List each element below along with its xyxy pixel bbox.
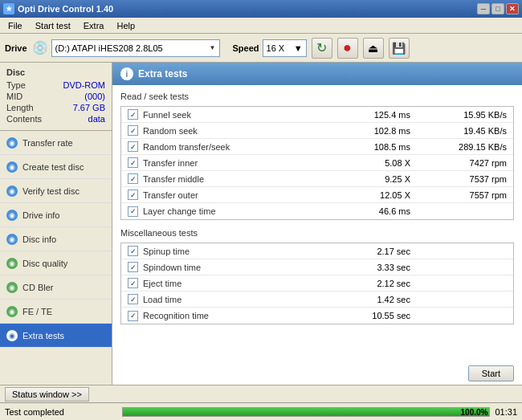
drive-select: 💿 (D:) ATAPI iHES208 2.8L05 ▼ (32, 39, 220, 57)
disc-length-row: Length 7.67 GB (6, 103, 105, 112)
progress-bar: 100.0% (122, 407, 490, 417)
maximize-button[interactable]: □ (491, 3, 504, 14)
sidebar-label-fe-te: FE / TE (22, 307, 52, 316)
sidebar-item-fe-te[interactable]: ◉ FE / TE (0, 300, 112, 324)
minimize-button[interactable]: ─ (477, 3, 490, 14)
status-text: Test completed (5, 407, 117, 417)
tests-container: Read / seek tests ✓ Funnel seek 125.4 ms… (112, 85, 522, 362)
test-val2: 7537 rpm (426, 174, 507, 184)
test-checkbox[interactable]: ✓ (128, 141, 138, 152)
test-row: ✓ Layer change time 46.6 ms (121, 203, 513, 219)
test-checkbox[interactable]: ✓ (128, 125, 138, 136)
drive-value: (D:) ATAPI iHES208 2.8L05 (55, 43, 163, 53)
test-val1: 1.42 sec (346, 295, 426, 304)
test-checkbox[interactable]: ✓ (128, 206, 138, 217)
sidebar-item-disc-quality[interactable]: ◉ Disc quality (0, 251, 112, 275)
drive-dropdown[interactable]: (D:) ATAPI iHES208 2.8L05 ▼ (51, 39, 220, 57)
test-row: ✓ Funnel seek 125.4 ms 15.95 KB/s (121, 107, 513, 123)
disc-contents-key: Contents (6, 114, 42, 124)
menu-file[interactable]: File (3, 19, 27, 32)
test-checkbox[interactable]: ✓ (128, 246, 138, 256)
verify-test-disc-icon: ◉ (6, 186, 18, 197)
drive-info-icon: ◉ (6, 210, 18, 221)
refresh-button[interactable]: ↻ (312, 38, 332, 59)
test-name: Transfer inner (143, 158, 346, 168)
test-val1: 125.4 ms (346, 110, 426, 120)
test-val1: 2.17 sec (346, 247, 426, 256)
disc-mid-val: (000) (84, 92, 105, 101)
drive-dropdown-arrow-icon: ▼ (210, 44, 216, 51)
status-window-button[interactable]: Status window >> (5, 387, 89, 402)
speed-dropdown[interactable]: 16 X ▼ (263, 39, 307, 57)
status-bar: Status window >> (0, 385, 522, 402)
test-row: ✓ Load time 1.42 sec (121, 292, 513, 308)
disc-mid-key: MID (6, 92, 22, 101)
menu-extra[interactable]: Extra (79, 19, 109, 32)
sidebar-item-create-test-disc[interactable]: ◉ Create test disc (0, 155, 112, 179)
test-row: ✓ Transfer outer 12.05 X 7557 rpm (121, 187, 513, 203)
test-checkbox[interactable]: ✓ (128, 262, 138, 272)
red-button[interactable]: ● (337, 38, 358, 59)
test-name: Transfer outer (143, 190, 346, 200)
menu-start-test[interactable]: Start test (31, 19, 75, 32)
sidebar-menu: ◉ Transfer rate ◉ Create test disc ◉ Ver… (0, 131, 112, 385)
toolbar: Drive 💿 (D:) ATAPI iHES208 2.8L05 ▼ Spee… (0, 34, 522, 63)
transfer-rate-icon: ◉ (6, 137, 18, 149)
bottom-bar: Test completed 100.0% 01:31 (0, 402, 522, 420)
close-button[interactable]: ✕ (506, 3, 519, 14)
menu-help[interactable]: Help (112, 19, 140, 32)
disc-info-icon: ◉ (6, 234, 18, 245)
start-button[interactable]: Start (468, 365, 514, 381)
test-val2: 7557 rpm (426, 190, 507, 200)
test-name: Recognition time (143, 311, 346, 320)
test-name: Layer change time (143, 206, 346, 216)
sidebar-label-disc-info: Disc info (22, 234, 56, 244)
test-checkbox[interactable]: ✓ (128, 157, 138, 168)
test-val1: 102.8 ms (346, 126, 426, 136)
sidebar-label-transfer-rate: Transfer rate (22, 138, 73, 148)
test-row: ✓ Random seek 102.8 ms 19.45 KB/s (121, 123, 513, 139)
test-val1: 9.25 X (346, 174, 426, 184)
test-checkbox[interactable]: ✓ (128, 278, 138, 288)
test-checkbox[interactable]: ✓ (128, 190, 138, 200)
sidebar-item-verify-test-disc[interactable]: ◉ Verify test disc (0, 179, 112, 203)
test-name: Random seek (143, 126, 346, 136)
misc-title: Miscellaneous tests (120, 228, 514, 238)
test-val1: 46.6 ms (346, 206, 426, 216)
sidebar-item-drive-info[interactable]: ◉ Drive info (0, 203, 112, 227)
sidebar-item-transfer-rate[interactable]: ◉ Transfer rate (0, 131, 112, 155)
fe-te-icon: ◉ (6, 306, 18, 317)
content-area: i Extra tests Read / seek tests ✓ Funnel… (112, 63, 522, 385)
test-val2: 19.45 KB/s (426, 126, 507, 136)
speed-section: Speed 16 X ▼ (233, 39, 307, 57)
test-row: ✓ Random transfer/seek 108.5 ms 289.15 K… (121, 139, 513, 155)
sidebar: Disc Type DVD-ROM MID (000) Length 7.67 … (0, 63, 112, 385)
app-title: Opti Drive Control 1.40 (18, 4, 113, 14)
eject-button[interactable]: ⏏ (363, 38, 384, 59)
save-button[interactable]: 💾 (389, 38, 410, 59)
disc-quality-icon: ◉ (6, 258, 18, 269)
sidebar-label-verify-test-disc: Verify test disc (22, 186, 80, 196)
sidebar-label-create-test-disc: Create test disc (22, 162, 84, 172)
test-name: Transfer middle (143, 174, 346, 184)
test-name: Funnel seek (143, 110, 346, 120)
start-btn-row: Start (112, 362, 522, 385)
sidebar-item-extra-tests[interactable]: ◉ Extra tests (0, 324, 112, 348)
disc-length-val: 7.67 GB (73, 103, 105, 112)
sidebar-label-disc-quality: Disc quality (22, 259, 67, 268)
test-val1: 10.55 sec (346, 311, 426, 320)
disc-mid-row: MID (000) (6, 92, 105, 101)
sidebar-item-disc-info[interactable]: ◉ Disc info (0, 227, 112, 251)
speed-label: Speed (233, 43, 259, 53)
test-name: Load time (143, 295, 346, 304)
create-test-disc-icon: ◉ (6, 161, 18, 173)
test-name: Spinup time (143, 247, 346, 256)
test-checkbox[interactable]: ✓ (128, 173, 138, 184)
test-checkbox[interactable]: ✓ (128, 109, 138, 120)
drive-icon: 💿 (32, 40, 48, 55)
sidebar-item-cd-bler[interactable]: ◉ CD Bler (0, 275, 112, 300)
test-checkbox[interactable]: ✓ (128, 311, 138, 321)
test-checkbox[interactable]: ✓ (128, 294, 138, 304)
cd-bler-icon: ◉ (6, 282, 18, 293)
disc-section-title: Disc (6, 67, 105, 77)
